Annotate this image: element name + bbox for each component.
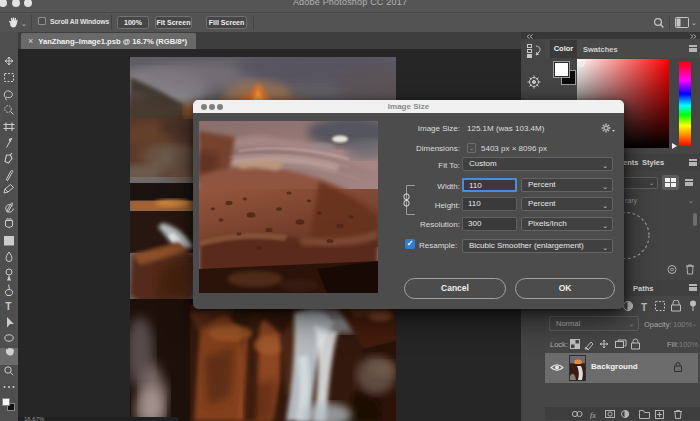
svg-text:T: T — [641, 302, 647, 313]
svg-text:T: T — [5, 301, 11, 312]
svg-text:fx: fx — [590, 411, 596, 420]
